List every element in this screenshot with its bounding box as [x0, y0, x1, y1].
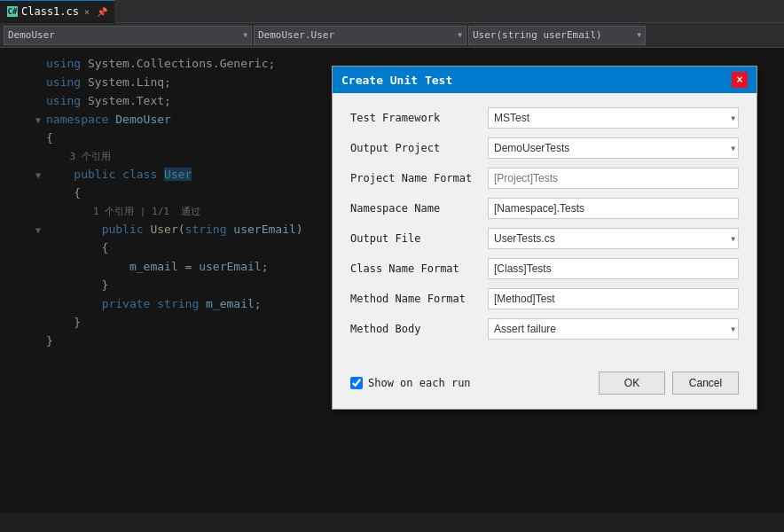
scope-dropdown-arrow: ▼	[243, 31, 247, 39]
show-on-each-run-label[interactable]: Show on each run	[350, 377, 471, 389]
editor-area: using System.Collections.Generic; using …	[0, 48, 784, 512]
label-test-framework: Test Framework	[350, 112, 488, 124]
form-row-output-project: Output Project DemoUserTests ▼	[350, 137, 739, 159]
project-name-format-input[interactable]	[488, 168, 739, 189]
tab-pin[interactable]: 📌	[97, 7, 107, 17]
method-body-select[interactable]: Assert failure throw empty	[488, 318, 739, 340]
method-name-format-input[interactable]	[488, 288, 739, 309]
dialog-title: Create Unit Test	[341, 74, 452, 87]
class-dropdown-arrow: ▼	[458, 31, 462, 39]
dialog-body: Test Framework MSTest NUnit xUnit ▼ Outp…	[333, 93, 757, 363]
cs-file-icon: C#	[7, 6, 18, 17]
cancel-button[interactable]: Cancel	[672, 372, 739, 395]
method-dropdown-arrow: ▼	[637, 31, 641, 39]
form-row-class-name-format: Class Name Format	[350, 258, 739, 279]
scope-dropdown[interactable]: DemoUser ▼	[4, 26, 252, 45]
output-project-select-wrapper: DemoUserTests ▼	[488, 137, 739, 159]
ok-button[interactable]: OK	[599, 372, 665, 395]
label-output-file: Output File	[350, 232, 488, 245]
dialog-close-button[interactable]: ×	[732, 72, 748, 88]
label-method-name-format: Method Name Format	[350, 293, 488, 305]
tab-bar: C# Class1.cs × 📌	[0, 0, 784, 23]
output-file-select-wrapper: UserTests.cs ▼	[488, 228, 739, 249]
test-framework-select[interactable]: MSTest NUnit xUnit	[488, 107, 739, 129]
label-namespace-name: Namespace Name	[350, 202, 488, 215]
form-row-namespace-name: Namespace Name	[350, 198, 739, 219]
dialog-overlay: Create Unit Test × Test Framework MSTest…	[0, 48, 784, 512]
create-unit-test-dialog: Create Unit Test × Test Framework MSTest…	[332, 66, 757, 410]
dialog-footer: Show on each run OK Cancel	[333, 363, 757, 409]
test-framework-select-wrapper: MSTest NUnit xUnit ▼	[488, 107, 739, 129]
class-dropdown[interactable]: DemoUser.User ▼	[254, 26, 466, 45]
editor-toolbar: DemoUser ▼ DemoUser.User ▼ User(string u…	[0, 23, 784, 48]
class-dropdown-value: DemoUser.User	[258, 29, 334, 41]
method-dropdown-value: User(string userEmail)	[473, 29, 602, 41]
form-row-project-name-format: Project Name Format	[350, 168, 739, 189]
show-on-each-run-text: Show on each run	[368, 377, 471, 389]
dialog-title-bar: Create Unit Test ×	[333, 66, 757, 93]
form-row-method-name-format: Method Name Format	[350, 288, 739, 309]
label-method-body: Method Body	[350, 323, 488, 335]
label-output-project: Output Project	[350, 142, 488, 154]
dialog-button-group: OK Cancel	[599, 372, 739, 395]
form-row-test-framework: Test Framework MSTest NUnit xUnit ▼	[350, 107, 739, 129]
form-row-method-body: Method Body Assert failure throw empty ▼	[350, 318, 739, 340]
namespace-name-input[interactable]	[488, 198, 739, 219]
show-on-each-run-checkbox[interactable]	[350, 377, 363, 389]
form-row-output-file: Output File UserTests.cs ▼	[350, 228, 739, 249]
output-project-select[interactable]: DemoUserTests	[488, 137, 739, 159]
method-dropdown[interactable]: User(string userEmail) ▼	[468, 26, 646, 45]
scope-dropdown-value: DemoUser	[8, 29, 55, 41]
class-name-format-input[interactable]	[488, 258, 739, 279]
label-project-name-format: Project Name Format	[350, 172, 488, 184]
label-class-name-format: Class Name Format	[350, 262, 488, 275]
tab-close-button[interactable]: ×	[82, 6, 91, 18]
method-body-select-wrapper: Assert failure throw empty ▼	[488, 318, 739, 340]
output-file-select[interactable]: UserTests.cs	[488, 228, 739, 249]
tab-class1cs[interactable]: C# Class1.cs × 📌	[0, 0, 115, 23]
tab-label: Class1.cs	[21, 5, 79, 18]
